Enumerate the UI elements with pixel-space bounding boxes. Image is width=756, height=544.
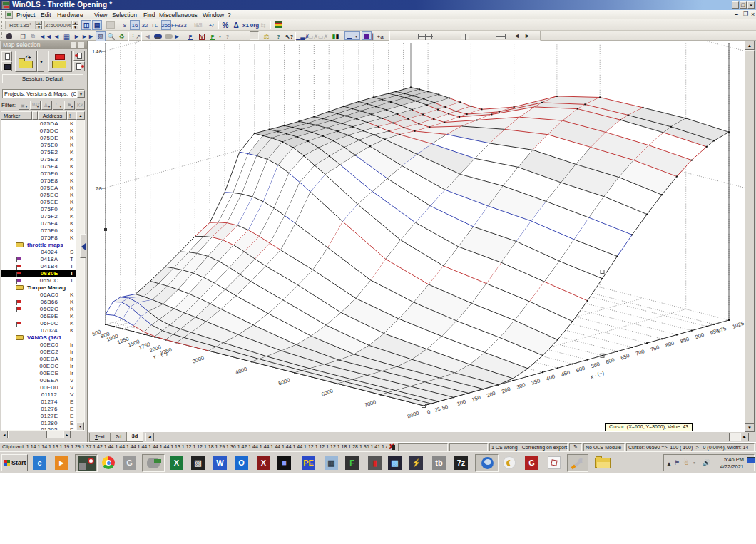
svg-text:140: 140	[92, 48, 103, 55]
svg-text:70: 70	[95, 185, 102, 192]
